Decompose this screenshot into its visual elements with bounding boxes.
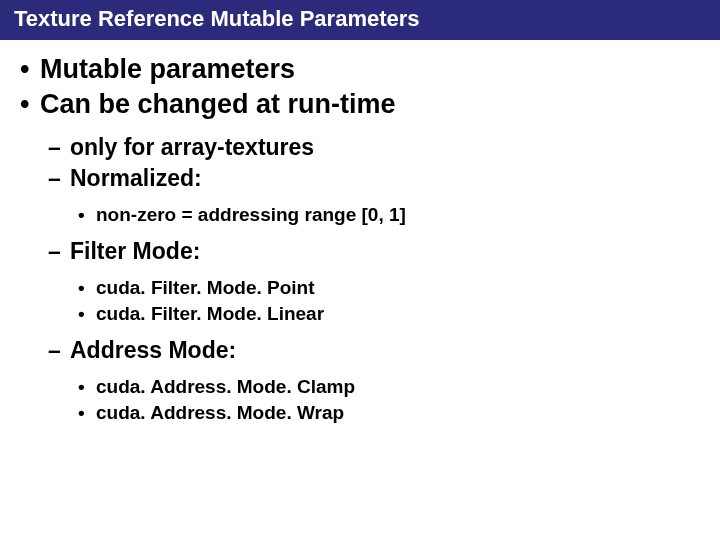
bullet-level1: • Mutable parameters: [20, 54, 700, 85]
bullet-text: Address Mode:: [70, 337, 236, 364]
bullet-dot-icon: •: [20, 89, 40, 120]
bullet-dot-icon: •: [20, 54, 40, 85]
slide-title-bar: Texture Reference Mutable Parameters: [0, 0, 720, 40]
bullet-text: cuda. Filter. Mode. Point: [96, 277, 315, 299]
bullet-dot-icon: •: [78, 277, 96, 299]
bullet-text: only for array-textures: [70, 134, 314, 161]
bullet-text: Filter Mode:: [70, 238, 200, 265]
slide-title: Texture Reference Mutable Parameters: [14, 6, 420, 31]
bullet-level3: • cuda. Filter. Mode. Linear: [78, 303, 700, 325]
bullet-dot-icon: •: [78, 303, 96, 325]
bullet-dash-icon: –: [48, 337, 70, 364]
bullet-text: Normalized:: [70, 165, 202, 192]
bullet-text: cuda. Address. Mode. Wrap: [96, 402, 344, 424]
bullet-level3: • cuda. Address. Mode. Wrap: [78, 402, 700, 424]
bullet-text: non-zero = addressing range [0, 1]: [96, 204, 406, 226]
bullet-text: cuda. Filter. Mode. Linear: [96, 303, 324, 325]
slide-content: • Mutable parameters • Can be changed at…: [0, 40, 720, 424]
bullet-level3: • non-zero = addressing range [0, 1]: [78, 204, 700, 226]
bullet-dot-icon: •: [78, 204, 96, 226]
bullet-level2: – Filter Mode:: [48, 238, 700, 265]
bullet-level3: • cuda. Filter. Mode. Point: [78, 277, 700, 299]
bullet-level2: – Normalized:: [48, 165, 700, 192]
bullet-dash-icon: –: [48, 165, 70, 192]
bullet-text: cuda. Address. Mode. Clamp: [96, 376, 355, 398]
bullet-dot-icon: •: [78, 376, 96, 398]
bullet-text: Mutable parameters: [40, 54, 295, 85]
bullet-dash-icon: –: [48, 134, 70, 161]
bullet-level2: – Address Mode:: [48, 337, 700, 364]
bullet-text: Can be changed at run-time: [40, 89, 396, 120]
bullet-level1: • Can be changed at run-time: [20, 89, 700, 120]
bullet-level3: • cuda. Address. Mode. Clamp: [78, 376, 700, 398]
bullet-dot-icon: •: [78, 402, 96, 424]
bullet-dash-icon: –: [48, 238, 70, 265]
bullet-level2: – only for array-textures: [48, 134, 700, 161]
